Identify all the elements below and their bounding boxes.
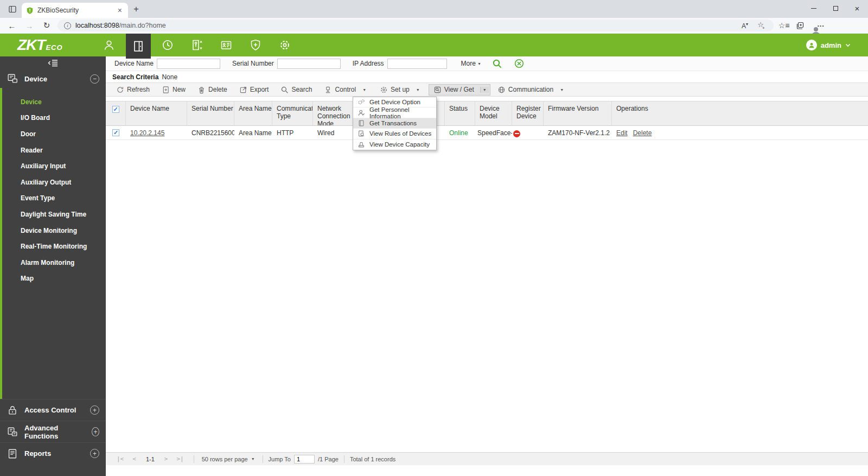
view-get-icon <box>433 86 442 94</box>
jump-to-input[interactable] <box>294 455 315 464</box>
sidebar-item-alarm-monitoring[interactable]: Alarm Monitoring <box>2 255 106 271</box>
sidebar-section-reports[interactable]: Reports + <box>0 442 106 464</box>
elevator-icon[interactable] <box>184 34 209 56</box>
search-button[interactable]: Search <box>276 84 317 96</box>
url-text: localhost:8098/main.do?home <box>75 22 166 29</box>
previous-page-button[interactable]: < <box>128 455 141 462</box>
sidebar-item-daylight-saving-time[interactable]: Daylight Saving Time <box>2 206 106 223</box>
device-name-input[interactable] <box>157 59 220 69</box>
access-device-icon[interactable] <box>126 34 151 59</box>
page-count-label: /1 Page <box>318 456 339 462</box>
refresh-icon[interactable]: ↻ <box>40 21 53 30</box>
select-all-checkbox[interactable]: ✓ <box>106 101 126 125</box>
view-get-button[interactable]: View / Get ▼ <box>429 84 490 96</box>
collections-icon[interactable] <box>794 21 806 30</box>
sidebar-item-auxiliary-input[interactable]: Auxiliary Input <box>2 158 106 174</box>
more-filters-button[interactable]: More▼ <box>461 60 481 67</box>
export-button[interactable]: Export <box>234 84 274 96</box>
control-button[interactable]: Control ▼ <box>319 84 373 96</box>
expand-section-icon[interactable]: + <box>92 427 99 436</box>
chevron-down-icon[interactable]: ▼ <box>414 88 422 92</box>
system-settings-icon[interactable] <box>272 34 297 56</box>
column-status[interactable]: Status <box>445 101 475 125</box>
card-icon[interactable] <box>214 34 239 56</box>
menu-item-view-device-capacity[interactable]: View Device Capacity <box>353 139 436 150</box>
column-serial-number[interactable]: Serial Number <box>187 101 234 125</box>
user-menu[interactable]: admin <box>806 40 851 50</box>
serial-number-input[interactable] <box>277 59 341 69</box>
rows-per-page-select[interactable]: 50 rows per page ▼ <box>200 456 257 462</box>
ip-address-input[interactable] <box>387 59 447 69</box>
first-page-button[interactable]: |< <box>112 455 128 462</box>
delete-link[interactable]: Delete <box>633 129 652 137</box>
attendance-icon[interactable] <box>155 34 180 56</box>
page-range: 1-1 <box>141 456 160 462</box>
favorites-icon[interactable]: ☆≡ <box>778 21 790 30</box>
status-badge: Online <box>445 129 475 137</box>
chevron-down-icon[interactable]: ▼ <box>361 88 368 92</box>
sidebar-item-map[interactable]: Map <box>2 271 106 287</box>
maximize-button[interactable] <box>825 0 846 16</box>
minimize-button[interactable] <box>803 0 825 16</box>
sidebar-item-real-time-monitoring[interactable]: Real-Time Monitoring <box>2 238 106 255</box>
add-favorite-icon[interactable]: ☆+ <box>755 21 767 30</box>
search-criteria-value: None <box>162 73 177 81</box>
search-icon[interactable] <box>492 59 502 69</box>
close-button[interactable]: × <box>846 0 868 16</box>
sidebar-item-device-monitoring[interactable]: Device Monitoring <box>2 223 106 239</box>
column-communication-type[interactable]: Communication Type <box>272 101 313 125</box>
column-device-name[interactable]: Device Name <box>126 101 187 125</box>
device-name-link[interactable]: 10.20.2.145 <box>130 129 164 137</box>
expand-section-icon[interactable]: + <box>90 449 99 458</box>
sidebar-item-auxiliary-output[interactable]: Auxiliary Output <box>2 174 106 191</box>
sidebar-section-advanced-functions[interactable]: Advanced Functions + <box>0 421 106 442</box>
back-icon[interactable]: ← <box>5 21 18 30</box>
chevron-down-icon[interactable]: ▼ <box>558 88 565 92</box>
column-firmware-version[interactable]: Firmware Version <box>544 101 612 125</box>
capacity-icon <box>358 141 365 148</box>
column-device-model[interactable]: Device Model <box>475 101 512 125</box>
communication-button[interactable]: Communication ▼ <box>493 84 570 96</box>
delete-button[interactable]: Delete <box>193 84 232 96</box>
personnel-icon[interactable] <box>97 34 122 56</box>
sidebar-section-access-control[interactable]: Access Control + <box>0 399 106 421</box>
forward-icon[interactable]: → <box>23 21 36 30</box>
clear-search-icon[interactable] <box>514 59 524 68</box>
menu-item-get-personnel-information[interactable]: Get Personnel Information <box>353 107 436 118</box>
site-info-icon[interactable]: i <box>64 22 71 29</box>
chevron-down-icon[interactable]: ▼ <box>480 87 489 93</box>
column-register-device[interactable]: Register Device <box>512 101 544 125</box>
setup-button[interactable]: Set up ▼ <box>375 84 426 96</box>
sidebar-item-reader[interactable]: Reader <box>2 142 106 158</box>
read-aloud-icon[interactable]: A▾ <box>739 22 751 30</box>
prohibited-icon <box>513 130 520 137</box>
action-toolbar: Refresh New Delete Export Search <box>106 82 868 97</box>
refresh-button[interactable]: Refresh <box>111 84 155 96</box>
browser-tab[interactable]: ZKBioSecurity × <box>22 3 128 18</box>
menu-item-view-rules-of-devices[interactable]: View Rules of Devices <box>353 129 436 139</box>
sidebar-item-door[interactable]: Door <box>2 126 106 142</box>
column-operations[interactable]: Operations <box>612 101 868 125</box>
sidebar-item-device[interactable]: Device <box>2 94 106 110</box>
chevron-down-icon: ▼ <box>251 457 255 461</box>
menu-item-get-transactions[interactable]: Get Transactions <box>353 118 436 129</box>
edit-link[interactable]: Edit <box>616 129 628 137</box>
sidebar-section-device[interactable]: Device − <box>0 69 106 88</box>
shield-plus-icon[interactable] <box>243 34 268 56</box>
new-button[interactable]: New <box>157 84 190 96</box>
expand-section-icon[interactable]: + <box>90 405 99 415</box>
last-page-button[interactable]: >| <box>172 455 188 462</box>
tab-actions-icon[interactable] <box>4 2 21 16</box>
sidebar-collapse-icon[interactable] <box>0 56 106 69</box>
address-bar[interactable]: i localhost:8098/main.do?home A▾ ☆+ <box>58 20 774 31</box>
collapse-section-icon[interactable]: − <box>90 74 99 84</box>
next-page-button[interactable]: > <box>160 455 173 462</box>
column-network-connection-mode[interactable]: Network Connection Mode <box>313 101 354 125</box>
sidebar-item-event-type[interactable]: Event Type <box>2 191 106 207</box>
person-icon <box>358 109 365 117</box>
new-tab-button[interactable]: + <box>133 4 139 15</box>
sidebar-item-io-board[interactable]: I/O Board <box>2 110 106 126</box>
row-checkbox[interactable]: ✓ <box>106 129 126 136</box>
tab-close-icon[interactable]: × <box>116 7 124 14</box>
column-area-name[interactable]: Area Name <box>234 101 272 125</box>
